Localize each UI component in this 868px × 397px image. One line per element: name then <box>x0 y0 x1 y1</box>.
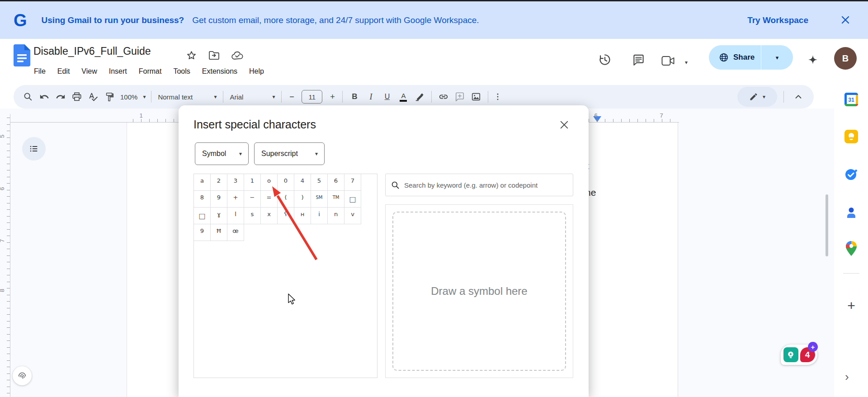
symbol-cell[interactable]: ʜ <box>294 208 311 224</box>
symbol-cell[interactable]: 3 <box>227 174 244 191</box>
symbol-cell[interactable]: 5 <box>311 174 328 191</box>
subcategory-dropdown[interactable]: Superscript▾ <box>254 142 325 165</box>
share-caret-icon[interactable]: ▾ <box>761 54 793 61</box>
symbol-cell[interactable]: 8 <box>194 191 211 208</box>
menu-format[interactable]: Format <box>133 64 168 79</box>
increase-font-size-button[interactable]: + <box>326 89 339 105</box>
symbol-cell[interactable]: 6 <box>328 174 344 191</box>
font-size-field[interactable]: 11 <box>302 90 322 104</box>
draw-symbol-canvas[interactable]: Draw a symbol here <box>392 212 566 371</box>
menu-file[interactable]: File <box>28 64 52 79</box>
menu-insert[interactable]: Insert <box>103 64 133 79</box>
text-color-button[interactable]: A <box>395 89 411 105</box>
symbol-cell[interactable]: ɣ <box>211 208 227 224</box>
ruler-tick <box>605 119 605 122</box>
vertical-scrollbar[interactable] <box>826 194 828 256</box>
symbol-cell[interactable]: 4 <box>294 174 311 191</box>
comments-icon[interactable] <box>629 51 647 69</box>
symbol-cell[interactable]: SM <box>311 191 328 208</box>
symbol-cell[interactable]: 7 <box>344 174 361 191</box>
symbol-cell[interactable]: 0 <box>278 174 294 191</box>
tasks-icon[interactable] <box>844 167 859 181</box>
symbol-cell[interactable]: ) <box>294 191 311 208</box>
menu-edit[interactable]: Edit <box>52 64 76 79</box>
redo-icon[interactable] <box>52 89 69 105</box>
highlight-color-icon[interactable] <box>411 89 428 105</box>
share-button[interactable]: Share ▾ <box>709 45 793 70</box>
move-to-folder-icon[interactable] <box>208 51 220 60</box>
paragraph-style-control[interactable]: Normal text ▾ <box>155 93 219 101</box>
show-side-panel-icon[interactable]: › <box>845 370 849 384</box>
menu-tools[interactable]: Tools <box>167 64 196 79</box>
symbol-cell[interactable]: ( <box>278 191 294 208</box>
symbol-search-input[interactable] <box>404 181 567 189</box>
symbol-cell[interactable]: 2 <box>211 174 227 191</box>
account-avatar[interactable]: B <box>834 47 857 70</box>
more-options-icon[interactable] <box>492 89 504 105</box>
ruler-tick <box>7 321 10 321</box>
try-workspace-link[interactable]: Try Workspace <box>747 15 808 25</box>
star-icon[interactable] <box>186 50 197 61</box>
menu-view[interactable]: View <box>75 64 103 79</box>
vertical-ruler[interactable] <box>10 114 10 397</box>
symbol-cell[interactable]: = <box>261 191 278 208</box>
symbol-cell[interactable]: s <box>244 208 261 224</box>
underline-button[interactable]: U <box>379 89 395 105</box>
symbol-cell[interactable]: TM <box>328 191 344 208</box>
symbol-cell[interactable]: i <box>311 208 328 224</box>
insert-image-icon[interactable] <box>468 89 484 105</box>
hide-menus-icon[interactable] <box>790 89 807 105</box>
search-menus-icon[interactable] <box>20 89 36 105</box>
show-outline-button[interactable] <box>22 137 46 161</box>
calendar-icon[interactable]: 31 <box>844 92 859 107</box>
zoom-control[interactable]: 100% ▾ <box>120 93 146 101</box>
dialog-close-icon[interactable] <box>557 118 571 132</box>
editing-mode-button[interactable]: ▾ <box>737 87 777 107</box>
font-family-control[interactable]: Arial ▾ <box>227 93 278 101</box>
symbol-cell[interactable]: Ħ <box>211 224 227 241</box>
contacts-icon[interactable] <box>844 205 859 220</box>
italic-button[interactable]: I <box>363 89 379 105</box>
keep-icon[interactable] <box>844 129 859 144</box>
get-add-ons-button[interactable]: + <box>844 298 859 313</box>
symbol-cell[interactable]: l <box>227 208 244 224</box>
bold-button[interactable]: B <box>346 89 363 105</box>
symbol-cell[interactable]: o <box>261 174 278 191</box>
symbol-cell[interactable]: □ <box>344 191 361 208</box>
gemini-sparkle-icon[interactable] <box>804 51 822 69</box>
symbol-cell[interactable]: v <box>344 208 361 224</box>
meet-caret-icon[interactable]: ▾ <box>680 53 692 71</box>
decrease-font-size-button[interactable]: − <box>285 89 298 105</box>
symbol-cell[interactable]: a <box>194 174 211 191</box>
symbol-cell[interactable]: □ <box>194 208 211 224</box>
spellcheck-icon[interactable] <box>85 89 101 105</box>
maps-icon[interactable] <box>844 241 859 256</box>
google-docs-icon[interactable] <box>14 44 30 66</box>
symbol-cell[interactable]: 9 <box>211 191 227 208</box>
accessibility-fingerprint-icon[interactable] <box>13 366 32 385</box>
meet-video-icon[interactable] <box>659 52 677 70</box>
symbol-cell[interactable]: ʕ <box>278 208 294 224</box>
symbol-cell[interactable]: n <box>328 208 344 224</box>
zoom-caret-icon: ▾ <box>143 94 146 99</box>
document-title[interactable]: Disable_IPv6_Full_Guide <box>33 45 151 57</box>
banner-close-icon[interactable] <box>840 14 852 26</box>
symbol-cell[interactable]: 1 <box>244 174 261 191</box>
symbol-cell[interactable]: + <box>227 191 244 208</box>
add-comment-icon[interactable] <box>452 89 468 105</box>
lightbulb-icon <box>783 347 798 362</box>
menu-extensions[interactable]: Extensions <box>196 64 243 79</box>
print-icon[interactable] <box>69 89 85 105</box>
cloud-saved-icon[interactable] <box>231 51 244 60</box>
category-dropdown[interactable]: Symbol▾ <box>195 142 249 165</box>
undo-icon[interactable] <box>36 89 52 105</box>
symbol-cell[interactable]: − <box>244 191 261 208</box>
symbol-cell[interactable]: 9 <box>194 224 211 241</box>
symbol-cell[interactable]: x <box>261 208 278 224</box>
menu-help[interactable]: Help <box>243 64 270 79</box>
addon-notification-badge[interactable]: 4 + <box>781 345 817 365</box>
insert-link-icon[interactable] <box>435 89 452 105</box>
paint-format-icon[interactable] <box>101 89 118 105</box>
version-history-icon[interactable] <box>596 51 614 69</box>
symbol-cell[interactable]: œ <box>227 224 244 241</box>
